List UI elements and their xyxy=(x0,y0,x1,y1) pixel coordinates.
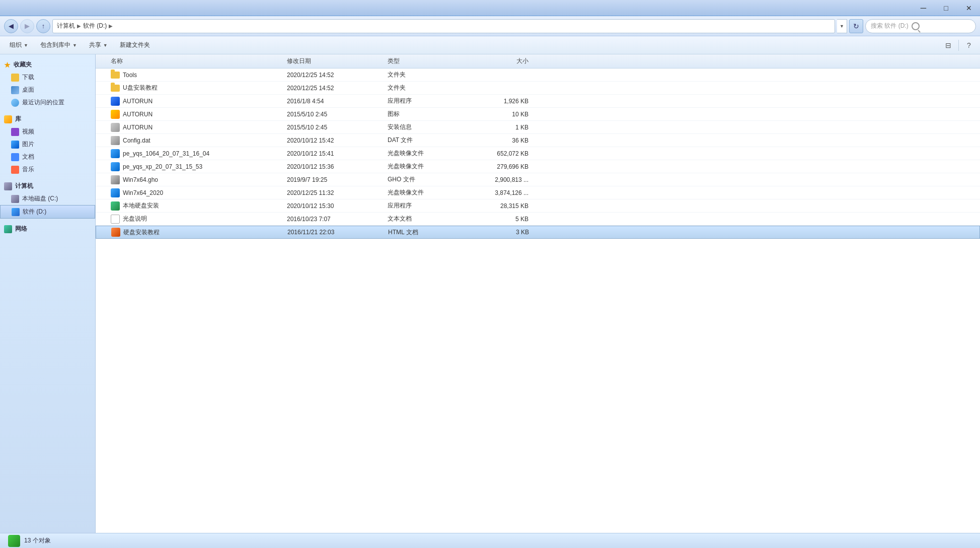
file-list[interactable]: 名称 修改日期 类型 大小 Tools 2020/12/25 14:52 文件夹… xyxy=(96,54,980,533)
file-type-cell: GHO 文件 xyxy=(388,175,468,184)
sidebar-item-recent[interactable]: 最近访问的位置 xyxy=(0,96,95,109)
share-dropdown-icon: ▼ xyxy=(103,43,108,48)
file-date-cell: 2020/10/12 15:42 xyxy=(287,137,388,144)
file-type-cell: 光盘映像文件 xyxy=(388,162,468,171)
file-type-cell: HTML 文档 xyxy=(388,228,469,237)
file-name: Config.dat xyxy=(123,137,150,144)
column-size[interactable]: 大小 xyxy=(468,57,534,65)
library-icon xyxy=(4,115,12,123)
table-row[interactable]: pe_yqs_1064_20_07_31_16_04 2020/10/12 15… xyxy=(96,147,980,160)
help-button[interactable]: ? xyxy=(962,38,976,52)
computer-header[interactable]: 计算机 xyxy=(0,180,95,192)
recent-label: 最近访问的位置 xyxy=(22,98,64,107)
html-icon xyxy=(111,228,120,237)
include-dropdown-icon: ▼ xyxy=(72,43,77,48)
computer-label: 计算机 xyxy=(15,182,33,190)
status-icon xyxy=(8,535,20,547)
sidebar-item-drive-d[interactable]: 软件 (D:) xyxy=(0,205,95,219)
desktop-label: 桌面 xyxy=(22,86,34,94)
file-name: U盘安装教程 xyxy=(123,84,158,92)
inf-icon xyxy=(111,123,120,132)
file-type-cell: DAT 文件 xyxy=(388,136,468,145)
library-header[interactable]: 库 xyxy=(0,113,95,125)
minimize-button[interactable]: ─ xyxy=(912,0,935,16)
sidebar-item-download[interactable]: 下载 xyxy=(0,71,95,84)
file-type-cell: 应用程序 xyxy=(388,97,468,105)
refresh-button[interactable]: ↻ xyxy=(849,19,863,33)
back-button[interactable]: ◀ xyxy=(4,19,18,33)
address-dropdown-button[interactable]: ▼ xyxy=(837,19,847,33)
status-count: 13 个对象 xyxy=(24,536,51,545)
file-size-cell: 36 KB xyxy=(468,137,534,144)
favorites-section: ★ 收藏夹 下载 桌面 最近访问的位置 xyxy=(0,58,95,109)
breadcrumb-separator: ▶ xyxy=(77,23,81,29)
ico-icon xyxy=(111,110,120,119)
include-in-library-button[interactable]: 包含到库中 ▼ xyxy=(35,38,83,52)
file-name-cell: AUTORUN xyxy=(96,110,287,119)
iso-icon xyxy=(111,149,120,158)
sidebar-item-doc[interactable]: 文档 xyxy=(0,151,95,163)
file-name-cell: 硬盘安装教程 xyxy=(96,228,287,237)
address-bar: ◀ ▶ ↑ 计算机 ▶ 软件 (D:) ▶ ▼ ↻ 搜索 软件 (D:) xyxy=(0,16,980,36)
table-row[interactable]: Win7x64.gho 2019/9/7 19:25 GHO 文件 2,900,… xyxy=(96,173,980,186)
iso-icon xyxy=(111,188,120,197)
table-row[interactable]: AUTORUN 2015/5/10 2:45 安装信息 1 KB xyxy=(96,121,980,134)
file-name: Win7x64.gho xyxy=(123,176,158,183)
new-folder-button[interactable]: 新建文件夹 xyxy=(114,38,156,52)
network-icon xyxy=(4,225,12,233)
table-row[interactable]: Config.dat 2020/10/12 15:42 DAT 文件 36 KB xyxy=(96,134,980,147)
breadcrumb-end-arrow: ▶ xyxy=(109,23,113,29)
table-row[interactable]: AUTORUN 2016/1/8 4:54 应用程序 1,926 KB xyxy=(96,95,980,108)
file-date-cell: 2016/11/21 22:03 xyxy=(287,229,388,236)
file-name: 光盘说明 xyxy=(123,215,147,223)
maximize-button[interactable]: □ xyxy=(935,0,957,16)
column-name[interactable]: 名称 xyxy=(96,57,287,65)
view-button[interactable]: ⊟ xyxy=(941,38,955,52)
sidebar-item-drive-c[interactable]: 本地磁盘 (C:) xyxy=(0,192,95,205)
toolbar: 组织 ▼ 包含到库中 ▼ 共享 ▼ 新建文件夹 ⊟ ? xyxy=(0,36,980,54)
file-name: Tools xyxy=(123,72,137,79)
organize-button[interactable]: 组织 ▼ xyxy=(4,38,34,52)
download-label: 下载 xyxy=(22,73,34,82)
table-row[interactable]: pe_yqs_xp_20_07_31_15_53 2020/10/12 15:3… xyxy=(96,160,980,173)
column-type[interactable]: 类型 xyxy=(388,57,468,65)
file-rows-container: Tools 2020/12/25 14:52 文件夹 U盘安装教程 2020/1… xyxy=(96,68,980,239)
sidebar-item-video[interactable]: 视频 xyxy=(0,125,95,138)
file-type-cell: 安装信息 xyxy=(388,123,468,131)
main-layout: ★ 收藏夹 下载 桌面 最近访问的位置 库 视频 xyxy=(0,54,980,533)
share-button[interactable]: 共享 ▼ xyxy=(84,38,113,52)
sidebar-item-desktop[interactable]: 桌面 xyxy=(0,84,95,96)
music-label: 音乐 xyxy=(22,165,34,174)
image-label: 图片 xyxy=(22,140,34,149)
video-label: 视频 xyxy=(22,127,34,136)
favorites-header[interactable]: ★ 收藏夹 xyxy=(0,58,95,71)
table-row[interactable]: Win7x64_2020 2020/12/25 11:32 光盘映像文件 3,8… xyxy=(96,186,980,199)
network-header[interactable]: 网络 xyxy=(0,223,95,235)
table-row[interactable]: AUTORUN 2015/5/10 2:45 图标 10 KB xyxy=(96,108,980,121)
table-row[interactable]: Tools 2020/12/25 14:52 文件夹 xyxy=(96,68,980,82)
up-button[interactable]: ↑ xyxy=(36,19,50,33)
column-modified[interactable]: 修改日期 xyxy=(287,57,388,65)
file-name-cell: AUTORUN xyxy=(96,123,287,132)
breadcrumb-drive: 软件 (D:) xyxy=(83,22,107,30)
table-row[interactable]: 光盘说明 2016/10/23 7:07 文本文档 5 KB xyxy=(96,213,980,226)
close-button[interactable]: ✕ xyxy=(957,0,980,16)
sidebar-item-music[interactable]: 音乐 xyxy=(0,163,95,176)
file-name-cell: Tools xyxy=(96,72,287,79)
iso-icon xyxy=(111,162,120,171)
file-size-cell: 10 KB xyxy=(468,111,534,118)
table-row[interactable]: 硬盘安装教程 2016/11/21 22:03 HTML 文档 3 KB xyxy=(96,226,980,239)
folder-icon xyxy=(111,72,120,79)
file-name: AUTORUN xyxy=(123,98,153,105)
forward-button[interactable]: ▶ xyxy=(20,19,34,33)
breadcrumb[interactable]: 计算机 ▶ 软件 (D:) ▶ xyxy=(52,19,835,33)
file-size-cell: 652,072 KB xyxy=(468,150,534,157)
table-row[interactable]: 本地硬盘安装 2020/10/12 15:30 应用程序 28,315 KB xyxy=(96,199,980,213)
file-size-cell: 3,874,126 ... xyxy=(468,189,534,196)
file-name: 硬盘安装教程 xyxy=(123,228,160,237)
search-bar[interactable]: 搜索 软件 (D:) xyxy=(865,19,976,33)
star-icon: ★ xyxy=(4,61,11,69)
table-row[interactable]: U盘安装教程 2020/12/25 14:52 文件夹 xyxy=(96,82,980,95)
sidebar-item-image[interactable]: 图片 xyxy=(0,138,95,151)
computer-icon xyxy=(4,182,12,190)
